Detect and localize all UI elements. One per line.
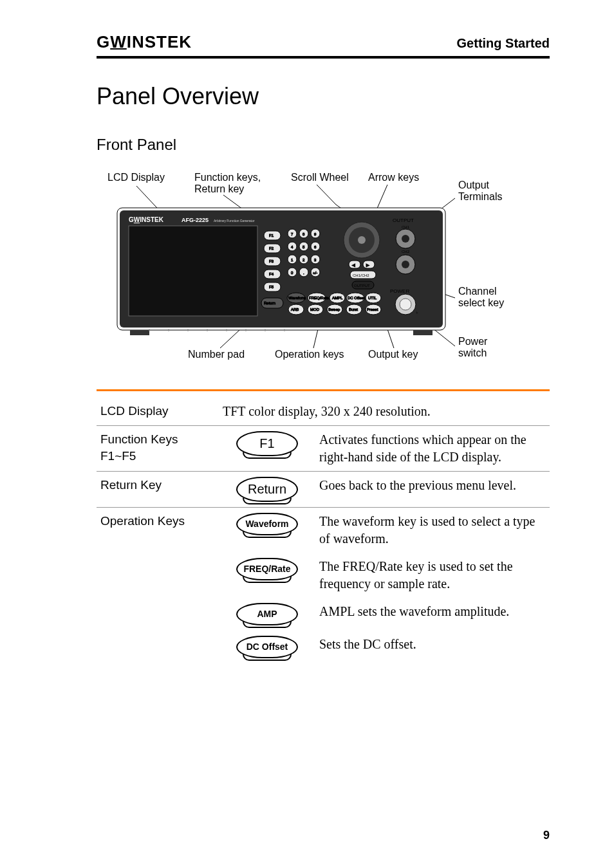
- svg-text:DC Offset: DC Offset: [348, 296, 365, 300]
- label-opkeys: Operation Keys: [97, 508, 219, 553]
- label-output-key: Output key: [368, 349, 418, 360]
- row-op-waveform: Operation Keys Waveform The waveform key…: [97, 508, 550, 553]
- svg-text:AMPL: AMPL: [332, 296, 343, 300]
- label-power-switch-1: Power: [458, 336, 488, 347]
- svg-line-2: [317, 185, 336, 205]
- svg-text:ARB: ARB: [291, 308, 299, 311]
- front-panel-diagram: .t { font: 16px Arial, sans-serif; fill:…: [97, 169, 550, 375]
- label-lcd: LCD Display: [97, 398, 219, 425]
- row-return-key: Return Key Return Goes back to the previ…: [97, 472, 550, 508]
- svg-point-66: [358, 236, 366, 244]
- svg-text:F5: F5: [269, 285, 274, 289]
- page-number: 9: [543, 829, 550, 842]
- page: GWINSTEK Getting Started Panel Overview …: [0, 0, 614, 868]
- svg-text:F4: F4: [269, 272, 274, 276]
- label-function-keys: Function keys,: [194, 172, 261, 183]
- row-lcd-display: LCD Display TFT color display, 320 x 240…: [97, 398, 550, 425]
- svg-text:⏚: ⏚: [416, 310, 418, 314]
- keycap-freqrate: FREQ/Rate: [236, 558, 298, 580]
- svg-text:CH1: CH1: [402, 225, 410, 229]
- scroll-wheel: [344, 222, 380, 258]
- svg-text:Arbitrary Function Generator: Arbitrary Function Generator: [214, 219, 255, 223]
- page-title: Panel Overview: [97, 83, 550, 110]
- header-section: Getting Started: [457, 36, 550, 51]
- svg-point-104: [400, 299, 411, 310]
- desc-amp: AMPL sets the waveform amplitude.: [315, 598, 550, 631]
- section-subtitle: Front Panel: [97, 136, 550, 154]
- svg-text:AFG-2225: AFG-2225: [181, 217, 209, 223]
- label-arrow-keys: Arrow keys: [368, 172, 419, 183]
- svg-text:Sweep: Sweep: [328, 308, 340, 311]
- svg-text:GWINSTEK: GWINSTEK: [129, 216, 164, 223]
- row-op-freq: FREQ/Rate The FREQ/Rate key is used to s…: [97, 553, 550, 598]
- device-body: GWINSTEK AFG-2225 Arbitrary Function Gen…: [117, 208, 445, 335]
- svg-text:Burst: Burst: [349, 308, 358, 311]
- label-return-key: Return key: [194, 183, 244, 194]
- keycap-return: Return: [236, 477, 298, 502]
- svg-rect-15: [413, 330, 433, 335]
- svg-text:Return: Return: [264, 301, 275, 305]
- svg-text:UTIL: UTIL: [368, 296, 377, 300]
- label-scroll-wheel: Scroll Wheel: [291, 172, 349, 183]
- svg-rect-14: [130, 330, 149, 335]
- page-header: GWINSTEK Getting Started: [97, 32, 550, 59]
- label-operation-keys: Operation keys: [275, 349, 344, 360]
- label-power-switch-2: switch: [458, 347, 487, 358]
- label-fkeys: Function Keys F1~F5: [97, 426, 219, 472]
- svg-text:OUTPUT: OUTPUT: [354, 284, 370, 288]
- desc-waveform: The waveform key is used to select a typ…: [315, 508, 550, 553]
- svg-text:+/-: +/-: [313, 271, 317, 275]
- svg-point-101: [402, 261, 409, 268]
- keycap-dcoffset: DC Offset: [236, 636, 298, 658]
- keycap-amp: AMP: [236, 603, 298, 625]
- svg-text:Preset: Preset: [367, 308, 378, 311]
- svg-point-98: [402, 235, 409, 243]
- label-lcd-display: LCD Display: [107, 172, 165, 183]
- description-table: LCD Display TFT color display, 320 x 240…: [97, 398, 550, 663]
- desc-dcoffset: Sets the DC offset.: [315, 631, 550, 663]
- divider-orange: [97, 389, 550, 391]
- svg-text:OUTPUT: OUTPUT: [393, 217, 414, 223]
- svg-text:MOD: MOD: [310, 308, 320, 311]
- keycap-waveform: Waveform: [236, 513, 298, 535]
- brand-logo: GWINSTEK: [97, 32, 192, 52]
- svg-text:CH2: CH2: [402, 250, 410, 254]
- svg-text:Waveform: Waveform: [288, 296, 306, 300]
- desc-lcd: TFT color display, 320 x 240 resolution.: [219, 398, 550, 425]
- desc-fkeys: Activates functions which appear on the …: [315, 426, 550, 472]
- svg-text:▶: ▶: [366, 263, 369, 267]
- svg-text:F3: F3: [269, 259, 274, 263]
- svg-text:◀: ◀: [352, 263, 355, 267]
- svg-text:F2: F2: [269, 246, 274, 250]
- label-channel-select-2: select key: [458, 297, 504, 308]
- row-function-keys: Function Keys F1~F5 F1 Activates functio…: [97, 426, 550, 472]
- row-op-amp: AMP AMPL sets the waveform amplitude.: [97, 598, 550, 631]
- keycap-f1: F1: [236, 431, 298, 456]
- desc-freqrate: The FREQ/Rate key is used to set the fre…: [315, 553, 550, 598]
- svg-text:F1: F1: [269, 234, 274, 237]
- row-op-dcoffset: DC Offset Sets the DC offset.: [97, 631, 550, 663]
- label-output-terminals-2: Terminals: [458, 191, 502, 202]
- svg-text:POWER: POWER: [390, 288, 409, 294]
- svg-rect-27: [129, 226, 257, 316]
- label-number-pad: Number pad: [188, 349, 245, 360]
- label-output-terminals-1: Output: [458, 180, 490, 190]
- label-channel-select-1: Channel: [458, 286, 497, 297]
- svg-text:CH1/CH2: CH1/CH2: [353, 273, 369, 277]
- desc-return: Goes back to the previous menu level.: [315, 472, 550, 508]
- label-return: Return Key: [97, 472, 219, 508]
- svg-text:FREQ/Rate: FREQ/Rate: [309, 296, 330, 300]
